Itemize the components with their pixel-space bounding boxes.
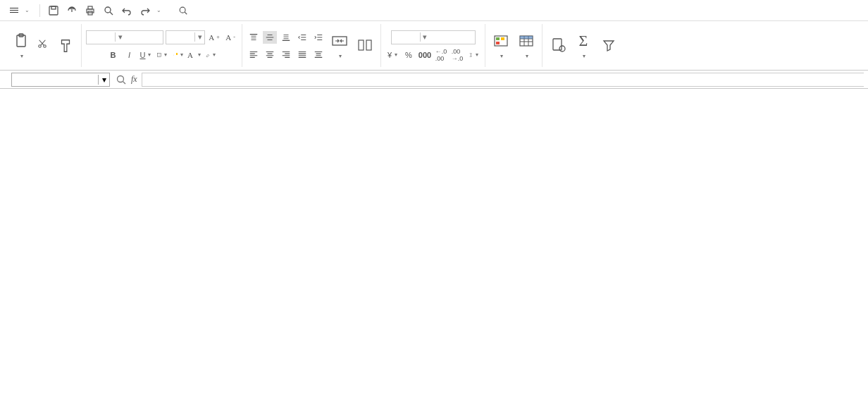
decrease-font-button[interactable]: A- (223, 31, 237, 44)
format-painter-button[interactable] (42, 51, 46, 53)
formula-input[interactable] (142, 73, 864, 87)
align-right-button[interactable] (279, 48, 293, 61)
fill-color-button[interactable]: ▾ (171, 49, 185, 61)
copy-button[interactable] (35, 51, 39, 53)
svg-point-23 (118, 75, 124, 82)
qat-dropdown-icon[interactable]: ⌄ (156, 7, 161, 13)
svg-rect-0 (49, 6, 58, 15)
svg-rect-17 (501, 37, 504, 40)
svg-point-9 (39, 45, 42, 48)
ribbon: ▾ ▾ ▾ A+ A- B I (0, 21, 868, 71)
hamburger-icon (10, 6, 18, 14)
svg-rect-16 (496, 37, 500, 40)
fx-icon[interactable]: fx (131, 74, 137, 85)
print-preview-icon[interactable] (101, 3, 116, 18)
formula-bar-row: ▾ fx (0, 71, 868, 89)
decrease-decimal-button[interactable]: .00→.0 (450, 49, 464, 61)
clear-format-button[interactable]: ▾ (204, 49, 218, 61)
svg-rect-3 (88, 6, 92, 9)
divider (39, 4, 40, 17)
justify-button[interactable] (295, 48, 309, 61)
wrap-text-button[interactable] (354, 35, 376, 56)
border-button[interactable]: ▾ (155, 49, 169, 61)
align-middle-button[interactable] (263, 31, 277, 44)
underline-button[interactable]: U▾ (139, 49, 153, 61)
doc-helper-button[interactable] (547, 35, 569, 56)
ribbon-group-alignment: ▾ (242, 24, 381, 67)
align-bottom-button[interactable] (279, 31, 293, 44)
percent-button[interactable]: % (402, 49, 416, 61)
svg-rect-18 (496, 42, 500, 44)
table-style-button[interactable]: ▾ (515, 31, 538, 61)
decrease-indent-button[interactable] (295, 31, 309, 44)
eraser-icon (206, 50, 210, 60)
svg-rect-21 (553, 39, 562, 50)
svg-point-5 (105, 7, 111, 13)
search-icon (178, 6, 188, 16)
save-icon[interactable] (46, 3, 61, 18)
chevron-down-icon[interactable]: ▾ (194, 32, 204, 42)
bucket-icon (173, 50, 175, 60)
font-color-button[interactable]: A▾ (187, 49, 202, 61)
ribbon-group-other: Σ ▾ (542, 24, 621, 67)
format-painter-big-button[interactable] (54, 36, 77, 56)
menu-bar: ⌄ ⌄ (0, 0, 868, 21)
file-menu[interactable]: ⌄ (6, 5, 34, 16)
share-icon[interactable] (64, 3, 80, 18)
redo-icon[interactable] (137, 3, 153, 18)
increase-indent-button[interactable] (311, 31, 326, 44)
svg-rect-12 (333, 37, 347, 45)
increase-decimal-button[interactable]: ←.0.00 (434, 49, 448, 61)
ribbon-group-clipboard: ▾ (6, 24, 82, 67)
sum-button[interactable]: Σ ▾ (572, 31, 595, 61)
svg-point-6 (180, 7, 185, 13)
ribbon-group-styles: ▾ ▾ (485, 24, 542, 67)
chevron-down-icon: ⌄ (25, 7, 30, 13)
chevron-down-icon[interactable]: ▾ (115, 32, 125, 42)
conditional-format-icon (492, 32, 509, 49)
italic-button[interactable]: I (123, 49, 137, 61)
svg-point-10 (44, 45, 46, 48)
align-left-button[interactable] (247, 48, 261, 61)
distribute-button[interactable] (311, 48, 326, 61)
formula-icon (469, 50, 473, 60)
currency-button[interactable]: ¥▾ (385, 49, 399, 61)
svg-rect-14 (366, 40, 371, 50)
cut-button[interactable] (35, 38, 51, 49)
doc-helper-icon (550, 37, 566, 54)
paste-label: ▾ (20, 51, 23, 59)
brush-icon (57, 37, 74, 54)
paste-button[interactable]: ▾ (10, 31, 32, 61)
search-button[interactable] (178, 6, 191, 16)
format-cells-button[interactable]: ▾ (466, 49, 480, 61)
svg-rect-20 (520, 36, 533, 39)
increase-font-button[interactable]: A+ (207, 31, 221, 44)
ribbon-group-font: ▾ ▾ A+ A- B I U▾ ▾ ▾ A▾ ▾ (82, 24, 242, 67)
print-icon[interactable] (82, 3, 98, 18)
number-format-combo[interactable]: ▾ (391, 30, 476, 44)
chevron-down-icon[interactable]: ▾ (420, 32, 430, 42)
zoom-icon[interactable] (116, 74, 127, 85)
comma-button[interactable]: 000 (418, 49, 432, 61)
align-top-button[interactable] (247, 31, 261, 44)
svg-point-22 (559, 46, 565, 51)
merge-icon (331, 32, 348, 49)
conditional-format-button[interactable]: ▾ (490, 31, 512, 61)
table-style-icon (518, 32, 535, 49)
filter-button[interactable] (597, 35, 617, 56)
bold-button[interactable]: B (106, 49, 120, 61)
font-size-combo[interactable]: ▾ (166, 30, 205, 44)
ribbon-group-number: ▾ ¥▾ % 000 ←.0.00 .00→.0 ▾ (381, 24, 485, 67)
font-name-combo[interactable]: ▾ (86, 30, 163, 44)
svg-rect-13 (359, 40, 364, 50)
filter-icon (600, 37, 617, 54)
name-box[interactable]: ▾ (11, 73, 110, 87)
undo-icon[interactable] (119, 3, 135, 18)
scissors-icon (37, 39, 47, 49)
paste-icon (13, 32, 30, 49)
merge-center-button[interactable]: ▾ (328, 31, 351, 61)
align-center-button[interactable] (263, 48, 277, 61)
chevron-down-icon[interactable]: ▾ (98, 75, 109, 85)
svg-rect-1 (51, 6, 56, 9)
sigma-icon: Σ (575, 32, 592, 49)
